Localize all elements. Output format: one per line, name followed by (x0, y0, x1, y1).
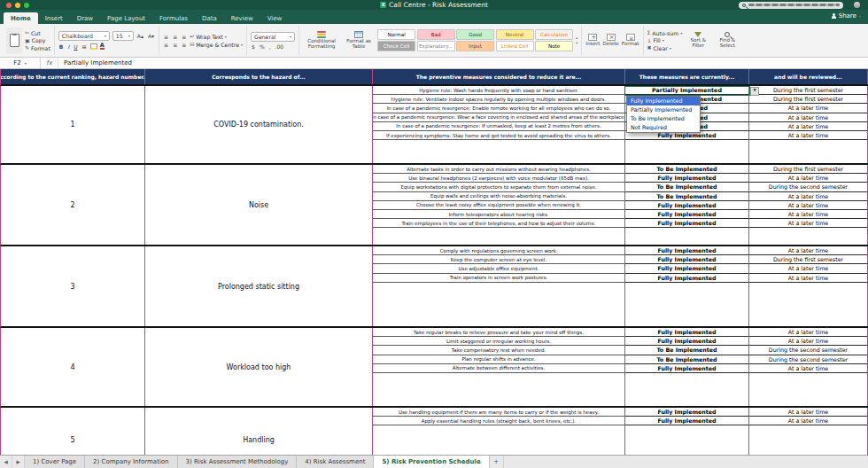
review-cell[interactable]: During the second semester (749, 346, 867, 355)
hazard-name-cell[interactable]: COVID-19 contamination. (145, 86, 373, 163)
status-cell[interactable]: Fully Implemented (625, 328, 748, 337)
measure-cell[interactable]: Equip workstations with digital protecto… (373, 183, 624, 191)
style-chip[interactable]: Calculation (535, 29, 573, 40)
status-cell[interactable]: Fully Implemented (625, 408, 748, 417)
status-cell[interactable]: Fully Implemented (625, 274, 748, 283)
status-cell[interactable]: To Be Implemented (625, 346, 748, 355)
review-cell[interactable]: At a later time (749, 104, 867, 113)
align-right-icon[interactable]: ≡ (181, 42, 187, 48)
status-cell[interactable]: Fully Implemented (625, 210, 748, 219)
measure-cell[interactable]: Plan regular shifts in advance. (373, 355, 624, 364)
number-format-select[interactable]: General ▾ (251, 32, 295, 42)
account-icon[interactable] (854, 2, 860, 8)
decimals-button[interactable]: .00 (275, 43, 285, 50)
measure-cell[interactable]: Use binaural headphones (2 earpieces) wi… (373, 174, 624, 183)
close-window-icon[interactable] (6, 3, 12, 8)
zoom-window-icon[interactable] (24, 3, 29, 8)
hazard-number-cell[interactable]: 3 (1, 246, 145, 326)
status-cell[interactable]: To Be Implemented (625, 183, 748, 191)
review-cell[interactable]: At a later time (749, 274, 867, 283)
style-chip[interactable]: Bad (417, 29, 455, 40)
measure-cell[interactable]: Train operators in screen work postures. (373, 274, 624, 283)
review-cell[interactable]: At a later time (749, 192, 867, 201)
validation-dropdown-button[interactable]: ▼ (750, 87, 759, 96)
ribbon-tab-home[interactable]: Home (4, 12, 38, 24)
review-cell[interactable]: At a later time (749, 174, 867, 183)
status-cell[interactable]: Fully Implemented (625, 264, 748, 273)
delete-cells-button[interactable]: Delete (602, 34, 618, 47)
font-color-button[interactable]: A (100, 43, 105, 51)
measure-cell[interactable]: Keep the computer screen at eye level. (373, 255, 624, 264)
measure-cell[interactable]: In case of a pandemic resurgence: If unm… (373, 122, 624, 131)
sort-filter-button[interactable]: Sort & Filter (685, 32, 711, 49)
styles-gallery-scroll[interactable]: ▴ ▾ (576, 35, 577, 45)
format-cells-button[interactable]: Format (622, 34, 639, 47)
style-chip[interactable]: Explanatory... (417, 41, 455, 51)
review-cell[interactable]: At a later time (749, 113, 867, 122)
review-cell[interactable]: At a later time (749, 364, 867, 373)
review-cell[interactable]: At a later time (749, 219, 867, 228)
status-cell[interactable]: Fully Implemented (625, 219, 748, 228)
dropdown-option[interactable]: Fully Implemented (627, 97, 700, 105)
hazard-name-cell[interactable]: Noise (145, 165, 373, 245)
minimize-window-icon[interactable] (15, 3, 20, 8)
insert-cells-button[interactable]: Insert (585, 34, 600, 47)
underline-button[interactable]: U (73, 43, 78, 50)
ribbon-tab-review[interactable]: Review (224, 12, 260, 24)
fill-color-button[interactable] (90, 43, 97, 50)
measure-cell[interactable]: In case of a pandemic resurgence: Wear a… (373, 113, 624, 122)
hazard-name-cell[interactable]: Handling (145, 408, 373, 455)
dropdown-option[interactable]: Not Required (627, 123, 700, 132)
status-cell[interactable]: To Be Implemented (625, 165, 748, 174)
merge-center-button[interactable]: ⊟ Merge & Centre ▾ (190, 42, 243, 48)
style-chip[interactable]: Check Cell (377, 41, 415, 51)
status-cell[interactable]: Fully Implemented (625, 246, 748, 255)
measure-cell[interactable]: Equip walls and ceilings with noise-abso… (373, 192, 624, 201)
review-cell[interactable]: At a later time (749, 417, 867, 425)
formula-input[interactable]: Partially Implemented (58, 59, 132, 66)
measure-cell[interactable]: Hygiene rule: Ventilate indoor spaces re… (373, 95, 624, 104)
review-cell[interactable]: During the first semester (749, 86, 867, 95)
review-cell[interactable]: At a later time (749, 408, 867, 417)
status-cell[interactable]: Fully Implemented (625, 337, 748, 346)
italic-button[interactable]: I (66, 43, 70, 50)
sheet-tab[interactable]: 1) Cover Page (25, 456, 85, 468)
measure-cell[interactable]: Use adjustable office equipment. (373, 264, 624, 273)
measure-cell[interactable]: Choose the least noisy office equipment … (373, 201, 624, 210)
review-cell[interactable]: During the second semester (749, 183, 867, 191)
review-cell[interactable]: At a later time (749, 328, 867, 337)
measure-cell[interactable]: Hygiene rule: Wash hands frequently with… (373, 86, 624, 95)
status-cell[interactable]: Fully Implemented (625, 417, 748, 425)
clear-button[interactable]: ✖ Clear ▾ (647, 45, 683, 51)
style-chip[interactable]: Linked Cell (496, 41, 534, 51)
status-cell[interactable]: To Be Implemented (625, 355, 748, 364)
decrease-font-button[interactable]: A▾ (147, 33, 155, 39)
sheet-tab[interactable]: 5) Risk Prevention Schedule (374, 456, 489, 468)
review-cell[interactable]: At a later time (749, 210, 867, 219)
copy-button[interactable]: ▣ Copy (25, 37, 50, 43)
review-cell[interactable]: At a later time (749, 337, 867, 346)
status-cell[interactable]: Fully Implemented (625, 201, 748, 210)
sheet-tab[interactable]: 3) Risk Assessment Methodology (178, 456, 298, 468)
hazard-number-cell[interactable]: 4 (1, 328, 145, 406)
review-cell[interactable]: At a later time (749, 264, 867, 273)
review-cell[interactable]: During the first semester (749, 95, 867, 104)
dropdown-option[interactable]: Partially Implemented (627, 105, 700, 114)
measure-cell[interactable]: Take compensatory rest when needed. (373, 346, 624, 355)
increase-font-button[interactable]: A▴ (136, 33, 144, 39)
review-cell[interactable]: At a later time (749, 246, 867, 255)
measure-cell[interactable]: Train employees in the use of their tele… (373, 219, 624, 228)
ribbon-tab-formulas[interactable]: Formulas (152, 12, 195, 24)
percent-format-button[interactable]: % (259, 43, 266, 50)
hazard-number-cell[interactable]: 2 (1, 165, 145, 245)
hazard-name-cell[interactable]: Workload too high (145, 328, 373, 406)
measure-cell[interactable]: Use handling equipment if there are many… (373, 408, 624, 417)
status-cell[interactable]: Fully Implemented (625, 364, 748, 373)
share-button[interactable]: Share ▾ (832, 12, 861, 20)
format-as-table-button[interactable]: Format as Table (343, 31, 375, 50)
status-cell[interactable]: Partially Implemented (625, 86, 748, 95)
style-chip[interactable]: Normal (377, 29, 415, 40)
style-chip[interactable]: Note (535, 41, 573, 51)
review-cell[interactable]: During the first semester (749, 165, 867, 174)
paste-button[interactable] (6, 27, 22, 54)
